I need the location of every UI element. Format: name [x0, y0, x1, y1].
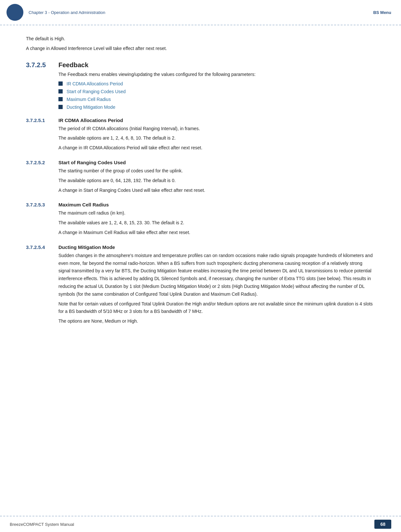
bullet-link-0[interactable]: IR CDMA Allocations Period — [67, 81, 123, 86]
subsection-37252-p1: The available options are 0, 64, 128, 19… — [58, 177, 375, 185]
subsection-37254-p0: Sudden changes in the atmosphere's moist… — [58, 252, 375, 298]
header-section-label: BS Menu — [373, 10, 391, 15]
bullet-square-0 — [58, 81, 63, 86]
subsection-title-37252: Start of Ranging Codes Used — [58, 160, 126, 165]
bullet-item-1: Start of Ranging Codes Used — [58, 89, 375, 94]
bullet-square-1 — [58, 89, 63, 93]
chapter-circle — [6, 4, 23, 21]
subsection-37251-p1: The available options are 1, 2, 4, 6, 8,… — [58, 134, 375, 142]
bullet-link-2[interactable]: Maximum Cell Radius — [67, 97, 111, 102]
intro-line2: A change in Allowed Interference Level w… — [26, 45, 375, 52]
subsection-37251-p2: A change in IR CDMA Allocations Period w… — [58, 144, 375, 152]
page-footer: BreezeCOMPACT System Manual 68 — [0, 516, 401, 532]
page-header: Chapter 3 - Operation and Administration… — [0, 0, 401, 25]
subsection-title-37253: Maximum Cell Radius — [58, 202, 109, 207]
footer-page-number: 68 — [374, 520, 391, 529]
chapter-title: Chapter 3 - Operation and Administration — [29, 10, 105, 15]
bullet-item-2: Maximum Cell Radius — [58, 97, 375, 102]
bullet-link-3[interactable]: Ducting Mitigation Mode — [67, 105, 115, 110]
bullet-square-3 — [58, 105, 63, 109]
subsection-37252-p0: The starting number of the group of code… — [58, 167, 375, 175]
subsection-37254-p1: Note that for certain values of configur… — [58, 300, 375, 316]
subsection-title-37251: IR CDMA Allocations Period — [58, 118, 123, 123]
bullet-item-3: Ducting Mitigation Mode — [58, 105, 375, 110]
subsection-number-37253: 3.7.2.5.3 — [26, 202, 58, 207]
section-number-3725: 3.7.2.5 — [26, 61, 58, 69]
subsection-37253-p2: A change in Maximum Cell Radius will tak… — [58, 229, 375, 237]
subsection-number-37251: 3.7.2.5.1 — [26, 118, 58, 123]
subsection-37251: 3.7.2.5.1 IR CDMA Allocations Period — [26, 118, 375, 123]
subsection-37253-p0: The maximum cell radius (in km). — [58, 209, 375, 217]
subsection-title-37254: Ducting Mitigation Mode — [58, 244, 115, 250]
main-content: The default is High. A change in Allowed… — [0, 25, 401, 353]
bullet-item-0: IR CDMA Allocations Period — [58, 81, 375, 86]
bullet-link-1[interactable]: Start of Ranging Codes Used — [67, 89, 126, 94]
section-3725: 3.7.2.5 Feedback — [26, 61, 375, 69]
subsection-37252: 3.7.2.5.2 Start of Ranging Codes Used — [26, 160, 375, 165]
subsection-number-37254: 3.7.2.5.4 — [26, 244, 58, 250]
section-3725-intro: The Feedback menu enables viewing/updati… — [58, 71, 375, 79]
subsection-37252-p2: A change in Start of Ranging Codes Used … — [58, 187, 375, 194]
bullet-square-2 — [58, 97, 63, 101]
subsection-37254-p2: The options are None, Medium or High. — [58, 317, 375, 325]
section-title-3725: Feedback — [58, 61, 88, 69]
subsection-37253: 3.7.2.5.3 Maximum Cell Radius — [26, 202, 375, 207]
subsection-number-37252: 3.7.2.5.2 — [26, 160, 58, 165]
subsection-37254: 3.7.2.5.4 Ducting Mitigation Mode — [26, 244, 375, 250]
footer-brand-text: BreezeCOMPACT System Manual — [10, 522, 74, 527]
subsection-37253-p1: The available values are 1, 2, 4, 8, 15,… — [58, 219, 375, 227]
subsection-37251-p0: The period of IR CDMA allocations (Initi… — [58, 125, 375, 133]
intro-line1: The default is High. — [26, 35, 375, 42]
feedback-bullets: IR CDMA Allocations Period Start of Rang… — [58, 81, 375, 110]
